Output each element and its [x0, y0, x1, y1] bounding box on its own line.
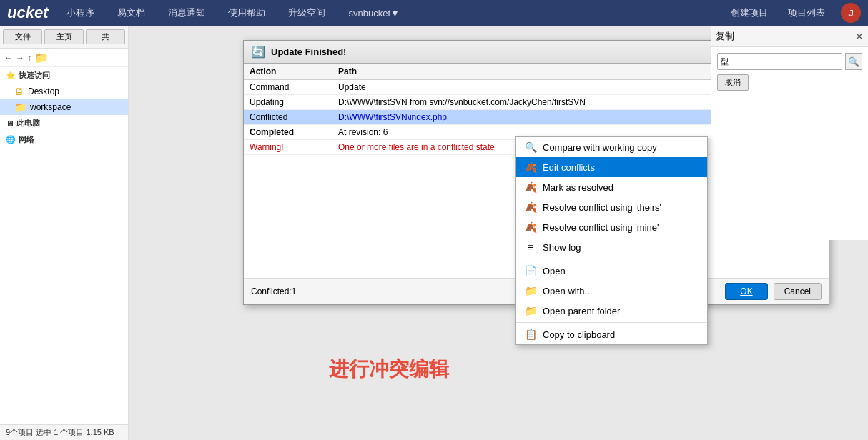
main-area: 文件 主页 共 ← → ↑ 📁 ⭐ 快速访问 🖥 Desktop 📁 works…: [0, 26, 868, 440]
nav-upgrade[interactable]: 升级空间: [284, 4, 330, 22]
star-icon: ⭐: [6, 71, 16, 80]
content-area: 🔄 Update Finished! ─ □ ✕ Action Path Mim…: [129, 26, 868, 440]
menu-item-show-log[interactable]: ≡ Show log: [516, 237, 707, 257]
row-path[interactable]: D:\WWW\firstSVN\index.php: [332, 110, 744, 125]
sidebar-nav: ← → ↑ 📁: [0, 49, 128, 67]
annotation-text: 进行冲突编辑: [329, 356, 449, 383]
menu-item-compare[interactable]: 🔍 Compare with working copy: [516, 137, 707, 157]
nav-help[interactable]: 使用帮助: [224, 4, 270, 22]
menu-item-open-with[interactable]: 📁 Open with...: [516, 281, 707, 301]
workspace-label: workspace: [30, 102, 71, 112]
sidebar-section-this-pc[interactable]: 🖥 此电脑: [0, 115, 128, 131]
row-action: Command: [244, 80, 332, 95]
ok-button[interactable]: OK: [725, 283, 767, 300]
row-action: Warning!: [244, 140, 332, 155]
nav-up-button[interactable]: ↑: [27, 53, 31, 63]
search-input[interactable]: [717, 53, 842, 70]
dialog-title: Update Finished!: [271, 46, 753, 57]
desktop-folder-icon: 🖥: [14, 86, 24, 97]
mark-resolved-icon: 🍂: [524, 181, 537, 194]
menu-item-open[interactable]: 📄 Open: [516, 261, 707, 281]
menu-label-open-with: Open with...: [543, 286, 592, 296]
menu-label-mark-resolved: Mark as resolved: [543, 182, 613, 193]
dialog-icon: 🔄: [251, 45, 265, 59]
network-label: 网络: [19, 134, 34, 145]
sidebar-section-network[interactable]: 🌐 网络: [0, 131, 128, 148]
row-action: Completed: [244, 125, 332, 140]
open-icon: 📄: [524, 264, 537, 277]
sidebar-items: ⭐ 快速访问 🖥 Desktop 📁 workspace 🖥 此电脑 🌐 网络: [0, 67, 128, 424]
sidebar-section-quick-access[interactable]: ⭐ 快速访问: [0, 67, 128, 84]
menu-label-resolve-theirs: Resolve conflict using 'theirs': [543, 202, 661, 213]
workspace-folder-icon: 📁: [14, 101, 26, 113]
top-navigation: ucket 小程序 易文档 消息通知 使用帮助 升级空间 svnbucket▼ …: [0, 0, 868, 26]
sidebar-status-bar: 9个项目 选中 1 个项目 1.15 KB: [0, 424, 128, 440]
menu-label-open: Open: [543, 266, 566, 276]
menu-label-resolve-mine: Resolve conflict using 'mine': [543, 222, 659, 233]
sidebar: 文件 主页 共 ← → ↑ 📁 ⭐ 快速访问 🖥 Desktop 📁 works…: [0, 26, 129, 440]
nav-project-list[interactable]: 项目列表: [784, 4, 829, 22]
nav-svnbucket[interactable]: svnbucket▼: [344, 5, 403, 21]
open-parent-icon: 📁: [524, 304, 537, 317]
row-path: Update: [332, 80, 744, 95]
nav-forward-button[interactable]: →: [16, 53, 24, 63]
this-pc-label: 此电脑: [16, 118, 40, 129]
menu-label-show-log: Show log: [543, 242, 581, 253]
resolve-theirs-icon: 🍂: [524, 201, 537, 214]
col-action: Action: [244, 64, 332, 80]
sidebar-item-desktop[interactable]: 🖥 Desktop: [0, 84, 128, 99]
resolve-mine-icon: 🍂: [524, 221, 537, 234]
row-action: Conflicted: [244, 110, 332, 125]
open-with-icon: 📁: [524, 284, 537, 297]
col-path: Path: [332, 64, 744, 80]
right-panel-buttons: 取消: [717, 74, 862, 91]
menu-item-resolve-theirs[interactable]: 🍂 Resolve conflict using 'theirs': [516, 197, 707, 217]
row-action: Updating: [244, 95, 332, 110]
tab-share[interactable]: 共: [86, 29, 125, 44]
right-panel-content: 🔍 取消: [711, 47, 868, 96]
sidebar-item-workspace[interactable]: 📁 workspace: [0, 99, 128, 115]
cancel-button[interactable]: Cancel: [774, 283, 822, 300]
copy-clipboard-icon: 📋: [524, 328, 537, 341]
edit-conflicts-icon: 🍂: [524, 161, 537, 174]
folder-icon: 📁: [34, 51, 49, 64]
status-text: 9个项目 选中 1 个项目 1.15 KB: [6, 428, 114, 436]
show-log-icon: ≡: [524, 241, 537, 254]
menu-item-mark-resolved[interactable]: 🍂 Mark as resolved: [516, 177, 707, 197]
context-menu-divider-2: [516, 322, 707, 323]
tab-file[interactable]: 文件: [3, 29, 42, 44]
nav-easy-doc[interactable]: 易文档: [113, 4, 149, 22]
right-panel: 复制 ✕ 🔍 取消: [711, 26, 868, 240]
compare-icon: 🔍: [524, 141, 537, 154]
nav-back-button[interactable]: ←: [4, 53, 13, 63]
menu-item-copy-clipboard[interactable]: 📋 Copy to clipboard: [516, 324, 707, 344]
menu-item-open-parent[interactable]: 📁 Open parent folder: [516, 301, 707, 321]
right-panel-close-button[interactable]: ✕: [855, 31, 864, 42]
nav-create-project[interactable]: 创建项目: [726, 4, 772, 22]
tab-main[interactable]: 主页: [44, 29, 84, 44]
cancel-panel-button[interactable]: 取消: [717, 74, 749, 91]
menu-item-resolve-mine[interactable]: 🍂 Resolve conflict using 'mine': [516, 217, 707, 237]
menu-label-copy-clipboard: Copy to clipboard: [543, 329, 615, 340]
avatar[interactable]: J: [841, 3, 861, 23]
context-menu: 🔍 Compare with working copy 🍂 Edit confl…: [515, 136, 708, 345]
nav-right-actions: 创建项目 项目列表 J: [726, 3, 861, 23]
menu-label-compare: Compare with working copy: [543, 142, 657, 153]
copy-label: 复制: [716, 30, 734, 43]
context-menu-divider-1: [516, 259, 707, 259]
menu-label-open-parent: Open parent folder: [543, 306, 620, 316]
right-panel-toolbar: 复制 ✕: [711, 26, 868, 47]
row-path: D:\WWW\firstSVN from svn://svnbucket.com…: [332, 95, 744, 110]
network-icon: 🌐: [6, 135, 16, 144]
menu-item-edit-conflicts[interactable]: 🍂 Edit conflicts: [516, 157, 707, 177]
quick-access-label: 快速访问: [19, 70, 50, 81]
computer-icon: 🖥: [6, 119, 14, 128]
nav-notification[interactable]: 消息通知: [164, 4, 209, 22]
footer-buttons: OK Cancel: [725, 283, 822, 300]
desktop-label: Desktop: [28, 86, 59, 96]
search-icon-button[interactable]: 🔍: [845, 53, 862, 70]
sidebar-toolbar: 文件 主页 共: [0, 26, 128, 49]
nav-mini-program[interactable]: 小程序: [62, 4, 99, 22]
menu-label-edit-conflicts: Edit conflicts: [543, 162, 595, 173]
footer-info: Conflicted:1: [251, 286, 296, 296]
